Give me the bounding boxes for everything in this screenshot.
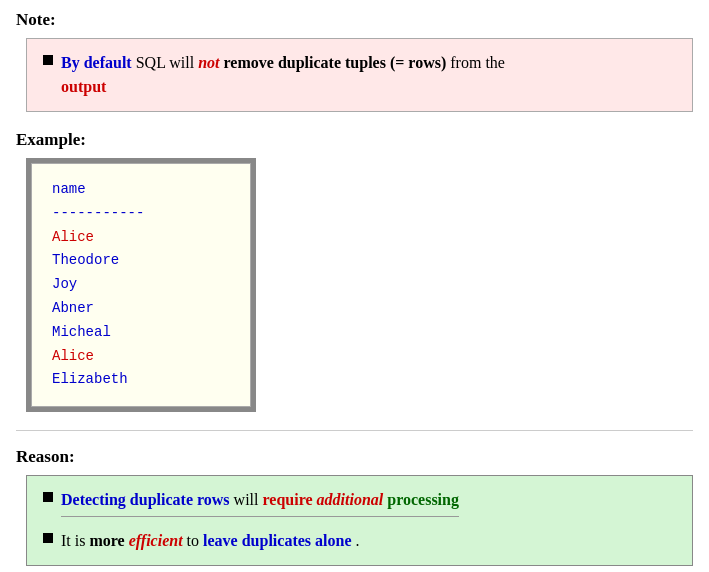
note-text-remove: remove duplicate tuples (= rows) [224,54,447,71]
reason-efficient: efficient [129,532,183,549]
note-bullet [43,55,53,65]
example-outer-box: name ----------- Alice Theodore Joy Abne… [26,158,256,412]
reason-bullet-2 [43,533,53,543]
reason-underline [61,516,459,517]
code-header: name [52,178,230,202]
example-section: Example: name ----------- Alice Theodore… [16,130,693,412]
code-row-abner: Abner [52,297,230,321]
example-label: Example: [16,130,693,150]
reason-section: Reason: Detecting duplicate rows will re… [16,447,693,566]
reason-processing: processing [387,491,459,508]
reason-additional: additional [317,491,384,508]
reason-box: Detecting duplicate rows will require ad… [26,475,693,566]
reason-period: . [356,532,360,549]
reason-text-1: Detecting duplicate rows will require ad… [61,488,459,519]
reason-to: to [187,532,203,549]
reason-detecting: Detecting duplicate rows [61,491,230,508]
note-text-sql: SQL will [136,54,199,71]
reason-bullet-1 [43,492,53,502]
reason-item-2: It is more efficient to leave duplicates… [43,529,676,553]
reason-item-1: Detecting duplicate rows will require ad… [43,488,676,519]
note-box: By default SQL will not remove duplicate… [26,38,693,112]
example-inner-box: name ----------- Alice Theodore Joy Abne… [31,163,251,407]
note-text-from: from the [450,54,505,71]
note-text-output: output [61,78,106,95]
code-separator: ----------- [52,202,230,226]
reason-leave: leave duplicates alone [203,532,351,549]
code-row-alice2: Alice [52,345,230,369]
code-row-micheal: Micheal [52,321,230,345]
reason-require: require [262,491,312,508]
reason-text-2: It is more efficient to leave duplicates… [61,529,360,553]
note-text-not: not [198,54,219,71]
code-row-elizabeth: Elizabeth [52,368,230,392]
note-label: Note: [16,10,693,30]
note-text-bydefault: By default [61,54,132,71]
code-block: name ----------- Alice Theodore Joy Abne… [52,178,230,392]
code-row-joy: Joy [52,273,230,297]
code-row-alice1: Alice [52,226,230,250]
reason-label: Reason: [16,447,693,467]
divider [16,430,693,431]
reason-itis: It is [61,532,89,549]
reason-will: will [234,491,263,508]
note-section: Note: By default SQL will not remove dup… [16,10,693,112]
reason-more: more [89,532,124,549]
note-text: By default SQL will not remove duplicate… [61,51,505,99]
code-row-theodore: Theodore [52,249,230,273]
